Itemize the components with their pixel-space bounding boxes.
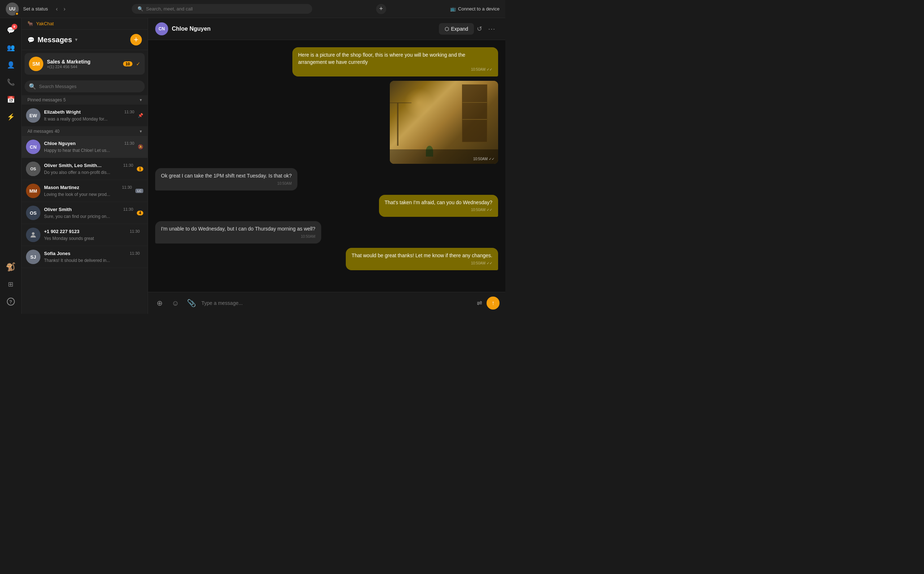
sidebar-item-calls[interactable]: 📞	[3, 74, 19, 90]
chat-badge: 9	[11, 24, 17, 30]
msg-preview: Do you also offer a non-profit dis...	[44, 170, 110, 175]
all-section-header[interactable]: All messages 40 ▾	[22, 127, 148, 136]
unread-badge: 1	[137, 167, 143, 171]
connect-device-button[interactable]: 📺 Connect to a device	[450, 6, 499, 11]
active-conversation[interactable]: SM Sales & Marketing +(1) 224 456 544 10…	[25, 53, 145, 75]
emoji-button[interactable]: ☺	[170, 297, 181, 309]
message-time: 10:50AM ✓✓	[352, 261, 492, 266]
message-bubble: I'm unable to do Wednesday, but I can do…	[155, 221, 321, 243]
sidebar-item-apps[interactable]: ⊞	[3, 276, 19, 292]
dropdown-arrow-icon[interactable]: ▾	[75, 37, 77, 42]
image-time: 10:50AM ✓✓	[473, 157, 494, 161]
msg-content: Oliver Smith, Leo Smith, Hect... 11:30 D…	[44, 163, 133, 175]
msg-avatar: SJ	[26, 250, 40, 264]
msg-avatar: OS	[26, 206, 40, 220]
message-row: 10:50AM ✓✓	[155, 81, 498, 164]
active-conv-info: Sales & Marketing +(1) 224 456 544	[47, 59, 120, 69]
msg-preview: Sure, you can find our pricing on...	[44, 214, 110, 219]
msg-preview: It was a really good Monday for...	[44, 117, 107, 121]
yakchat-icon: 🐂	[27, 21, 33, 26]
active-conv-avatar: SM	[29, 57, 43, 71]
sidebar-item-calendar[interactable]: 📅	[3, 91, 19, 107]
msg-preview: Yes Monday sounds great	[44, 236, 94, 241]
msg-name: Sofia Jones	[44, 251, 70, 256]
messages-icon: 💬	[27, 36, 35, 43]
status-dot	[15, 12, 19, 16]
msg-content: Oliver Smith 11:30 Sure, you can find ou…	[44, 207, 133, 219]
search-bar: 🔍	[132, 4, 312, 14]
message-bubble: Ok great I can take the 1PM shift next T…	[155, 168, 297, 191]
active-conv-check: ✓	[136, 61, 141, 67]
more-options-button[interactable]: ⋯	[485, 23, 498, 35]
active-conv-badge: 10	[123, 62, 133, 66]
active-conv-phone: +(1) 224 456 544	[47, 65, 120, 69]
msg-avatar: MM	[26, 184, 40, 198]
message-row: Here is a picture of the shop floor, thi…	[155, 47, 498, 76]
sidebar-item-contacts[interactable]: 👥	[3, 40, 19, 55]
message-row: I'm unable to do Wednesday, but I can do…	[155, 221, 498, 243]
msg-content: Chloe Nguyen 11:30 Happy to hear that Ch…	[44, 141, 134, 153]
msg-avatar: CN	[26, 140, 40, 154]
list-item[interactable]: OS Oliver Smith 11:30 Sure, you can find…	[22, 202, 148, 224]
msg-name: Elizabeth Wright	[44, 109, 81, 115]
add-attachment-button[interactable]: ⊕	[154, 297, 165, 309]
add-tab-button[interactable]: +	[376, 4, 386, 14]
message-bubble: Here is a picture of the shop floor, thi…	[292, 47, 498, 76]
image-bubble: 10:50AM ✓✓	[390, 81, 498, 164]
search-icon: 🔍	[137, 6, 143, 11]
search-messages-icon: 🔍	[29, 83, 36, 90]
msg-time: 11:30	[123, 163, 133, 167]
yakchat-label: YakChat	[36, 21, 54, 26]
icon-sidebar: 💬 9 👥 👤 📞 📅 ⚡ 🐒 ⊞ ?	[0, 18, 22, 314]
msg-name: Oliver Smith, Leo Smith, Hect...	[44, 163, 102, 168]
sidebar-item-profile[interactable]: 👤	[3, 57, 19, 73]
sidebar-item-help[interactable]: ?	[3, 294, 19, 309]
list-item[interactable]: SJ Sofia Jones 11:30 Thanks! It should b…	[22, 246, 148, 268]
msg-content: Sofia Jones 11:30 Thanks! It should be d…	[44, 251, 140, 263]
add-message-button[interactable]: +	[130, 34, 142, 46]
expand-icon: ⬡	[445, 26, 449, 32]
user-avatar[interactable]: UU	[6, 3, 19, 16]
list-item[interactable]: +1 902 227 9123 11:30 Yes Monday sounds …	[22, 224, 148, 246]
search-messages-input[interactable]	[39, 84, 141, 89]
list-item[interactable]: EW Elizabeth Wright 11:30 It was a reall…	[22, 105, 148, 127]
sidebar-item-user-avatar[interactable]: 🐒	[3, 259, 19, 275]
set-status[interactable]: Set a status	[23, 6, 48, 11]
send-button[interactable]: ↑	[486, 296, 499, 309]
chat-area: CN Chloe Nguyen ⬡ Expand ↺ ⋯ Here is a p…	[148, 18, 505, 314]
chat-contact-avatar: CN	[155, 22, 168, 35]
active-conv-name: Sales & Marketing	[47, 59, 120, 65]
expand-button[interactable]: ⬡ Expand	[439, 23, 474, 35]
msg-preview: Happy to hear that Chloe! Let us...	[44, 148, 110, 153]
translate-button[interactable]: ⇌	[477, 299, 482, 307]
main-layout: 💬 9 👥 👤 📞 📅 ⚡ 🐒 ⊞ ?	[0, 18, 505, 314]
search-input[interactable]	[146, 6, 306, 11]
all-chevron-icon: ▾	[140, 129, 142, 134]
msg-content: +1 902 227 9123 11:30 Yes Monday sounds …	[44, 229, 140, 241]
list-item[interactable]: OS Oliver Smith, Leo Smith, Hect... 11:3…	[22, 158, 148, 180]
msg-content: Mason Martinez 11:30 Loving the look of …	[44, 185, 132, 197]
chat-input-bar: ⊕ ☺ 📎 ⇌ ↑	[148, 292, 505, 314]
messages-header: 💬 Messages ▾ +	[22, 30, 148, 50]
svg-point-0	[32, 232, 34, 235]
msg-name: Mason Martinez	[44, 185, 79, 190]
sidebar-item-chat[interactable]: 💬 9	[3, 22, 19, 38]
sidebar-item-workflows[interactable]: ⚡	[3, 109, 19, 125]
history-button[interactable]: ↺	[477, 23, 482, 35]
msg-time: 11:30	[124, 110, 134, 114]
file-button[interactable]: 📎	[186, 297, 197, 309]
list-item[interactable]: CN Chloe Nguyen 11:30 Happy to hear that…	[22, 136, 148, 158]
message-time: 10:50AM ✓✓	[385, 207, 492, 213]
msg-time: 11:30	[130, 229, 140, 233]
msg-time: 11:30	[123, 207, 133, 211]
nav-arrows: ‹ ›	[54, 5, 68, 13]
pinned-section-header[interactable]: Pinned messages 5 ▾	[22, 95, 148, 105]
chat-messages: Here is a picture of the shop floor, thi…	[148, 40, 505, 292]
list-item[interactable]: MM Mason Martinez 11:30 Loving the look …	[22, 180, 148, 202]
mute-icon: 🔕	[138, 144, 143, 149]
forward-button[interactable]: ›	[62, 5, 68, 13]
back-button[interactable]: ‹	[54, 5, 60, 13]
message-time: 10:50AM	[161, 234, 316, 239]
chat-contact-name: Chloe Nguyen	[172, 25, 211, 32]
message-input[interactable]	[201, 300, 472, 306]
